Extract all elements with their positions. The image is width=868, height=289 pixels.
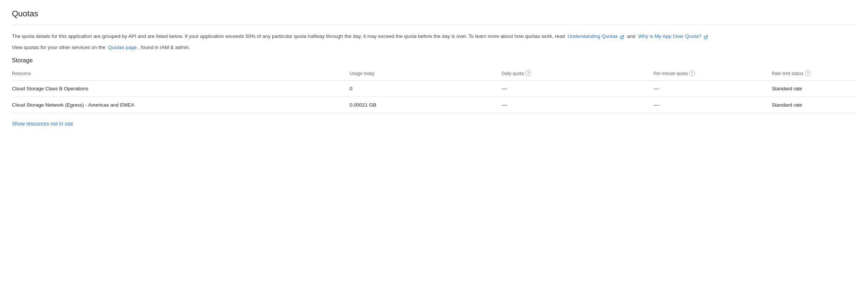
- description-paragraph-1: The quota details for this application a…: [12, 32, 856, 40]
- page-container: Quotas The quota details for this applic…: [0, 0, 868, 136]
- resource-cell: Cloud Storage Network (Egress) - America…: [12, 97, 349, 113]
- daily-quota-cell: ––: [502, 97, 654, 113]
- page-title: Quotas: [12, 9, 856, 19]
- table-row: Cloud Storage Class B Operations0––––Sta…: [12, 81, 856, 97]
- table-row: Cloud Storage Network (Egress) - America…: [12, 97, 856, 113]
- description-text-1: The quota details for this application a…: [12, 33, 566, 39]
- description-block: The quota details for this application a…: [12, 32, 856, 51]
- divider: [12, 25, 856, 25]
- description-text-4: , found in IAM & admin.: [138, 45, 190, 50]
- description-paragraph-2: View quotas for your other services on t…: [12, 43, 856, 52]
- header-rate-limit-status: Rate limit status ?: [772, 67, 856, 81]
- header-resource: Resource: [12, 67, 349, 81]
- rate-limit-status-cell: Standard rate: [772, 81, 856, 97]
- header-usage-today: Usage today: [349, 67, 502, 81]
- quota-table: Resource Usage today Daily quota ? Per-m…: [12, 67, 856, 113]
- description-text-3: View quotas for your other services on t…: [12, 45, 107, 50]
- understanding-quotas-link[interactable]: Understanding Quotas: [568, 33, 618, 39]
- external-icon-2: [704, 34, 708, 38]
- app-over-quota-link[interactable]: Why is My App Over Quota?: [638, 33, 701, 39]
- show-resources-link[interactable]: Show resources not in use: [12, 121, 73, 127]
- perminute-quota-cell: ––: [654, 81, 772, 97]
- external-icon-1: [620, 34, 624, 38]
- header-perminute-quota: Per-minute quota ?: [654, 67, 772, 81]
- quotas-page-link[interactable]: Quotas page: [108, 45, 137, 50]
- perminute-quota-cell: ––: [654, 97, 772, 113]
- svg-line-1: [706, 36, 708, 38]
- svg-line-0: [622, 36, 624, 38]
- resource-cell: Cloud Storage Class B Operations: [12, 81, 349, 97]
- table-body: Cloud Storage Class B Operations0––––Sta…: [12, 81, 856, 113]
- perminute-quota-help-icon[interactable]: ?: [689, 70, 695, 76]
- rate-limit-help-icon[interactable]: ?: [805, 70, 811, 76]
- storage-section-title: Storage: [12, 57, 856, 64]
- usage-today-cell: 0.00021 GB: [349, 97, 502, 113]
- usage-today-cell: 0: [349, 81, 502, 97]
- rate-limit-status-cell: Standard rate: [772, 97, 856, 113]
- header-daily-quota: Daily quota ?: [502, 67, 654, 81]
- table-header: Resource Usage today Daily quota ? Per-m…: [12, 67, 856, 81]
- table-header-row: Resource Usage today Daily quota ? Per-m…: [12, 67, 856, 81]
- daily-quota-cell: ––: [502, 81, 654, 97]
- description-text-2: and: [626, 33, 637, 39]
- daily-quota-help-icon[interactable]: ?: [525, 70, 531, 76]
